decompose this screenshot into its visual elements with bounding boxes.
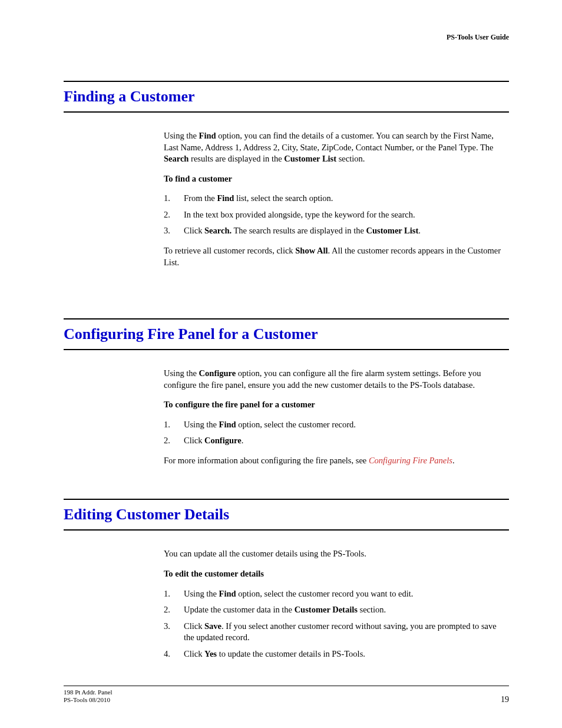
bold-text: Find <box>217 193 234 203</box>
section-heading-configuring: Configuring Fire Panel for a Customer <box>64 325 509 343</box>
footer-line2: PS-Tools 08/2010 <box>64 696 113 704</box>
footer-left: 198 Pt Addr. Panel PS-Tools 08/2010 <box>64 689 113 705</box>
intro-paragraph: Using the Find option, you can find the … <box>164 130 509 165</box>
header-doc-title: PS-Tools User Guide <box>64 33 509 42</box>
step-number: 2. <box>164 435 170 447</box>
step-number: 4. <box>164 648 170 660</box>
step-item: 2.In the text box provided alongside, ty… <box>164 209 509 221</box>
cross-reference-link[interactable]: Configuring Fire Panels <box>369 456 452 465</box>
outro-paragraph: For more information about configuring t… <box>164 455 509 467</box>
step-item: 4.Click Yes to update the customer detai… <box>164 648 509 660</box>
step-item: 3.Click Search. The search results are d… <box>164 225 509 237</box>
bold-text: Customer Details <box>295 605 358 614</box>
step-number: 2. <box>164 604 170 616</box>
section-rule <box>64 111 509 113</box>
content-block: Using the Find option, you can find the … <box>164 130 509 268</box>
bold-text: Search <box>164 154 189 163</box>
bold-text: Yes <box>204 649 217 658</box>
intro-paragraph: You can update all the customer details … <box>164 548 509 560</box>
footer-page-number: 19 <box>501 695 509 704</box>
bold-text: Find <box>219 420 236 429</box>
step-number: 2. <box>164 209 170 221</box>
bold-text: Configure <box>199 368 236 378</box>
footer-line1: 198 Pt Addr. Panel <box>64 689 113 697</box>
step-number: 3. <box>164 621 170 633</box>
bold-text: Customer List <box>284 154 336 163</box>
steps-list: 1.From the Find list, select the search … <box>164 193 509 237</box>
step-number: 1. <box>164 419 170 431</box>
bold-text: Customer List <box>366 226 419 235</box>
page-footer: 198 Pt Addr. Panel PS-Tools 08/2010 19 <box>64 686 509 705</box>
bold-text: Save <box>204 621 222 631</box>
steps-list: 1.Using the Find option, select the cust… <box>164 588 509 660</box>
step-item: 2.Click Configure. <box>164 435 509 447</box>
content-block: Using the Configure option, you can conf… <box>164 368 509 466</box>
subheading: To find a customer <box>164 173 509 185</box>
step-item: 1.Using the Find option, select the cust… <box>164 588 509 600</box>
section-heading-finding: Finding a Customer <box>64 88 509 106</box>
step-number: 1. <box>164 588 170 600</box>
section-rule <box>64 499 509 500</box>
step-number: 1. <box>164 193 170 205</box>
bold-text: Find <box>219 589 236 598</box>
outro-paragraph: To retrieve all customer records, click … <box>164 245 509 268</box>
intro-paragraph: Using the Configure option, you can conf… <box>164 368 509 391</box>
step-number: 3. <box>164 225 170 237</box>
content-block: You can update all the customer details … <box>164 548 509 660</box>
bold-text: Search. <box>204 226 232 235</box>
section-rule <box>64 349 509 350</box>
step-item: 3.Click Save. If you select another cust… <box>164 621 509 644</box>
section-rule <box>64 81 509 82</box>
subheading: To edit the customer details <box>164 568 509 580</box>
section-rule <box>64 529 509 531</box>
step-item: 2.Update the customer data in the Custom… <box>164 604 509 616</box>
bold-text: Configure <box>204 436 242 445</box>
step-item: 1.From the Find list, select the search … <box>164 193 509 205</box>
section-rule <box>64 318 509 319</box>
bold-text: Show All <box>295 246 328 255</box>
step-item: 1.Using the Find option, select the cust… <box>164 419 509 431</box>
section-heading-editing: Editing Customer Details <box>64 506 509 523</box>
bold-text: Find <box>199 131 216 140</box>
steps-list: 1.Using the Find option, select the cust… <box>164 419 509 447</box>
subheading: To configure the fire panel for a custom… <box>164 399 509 411</box>
